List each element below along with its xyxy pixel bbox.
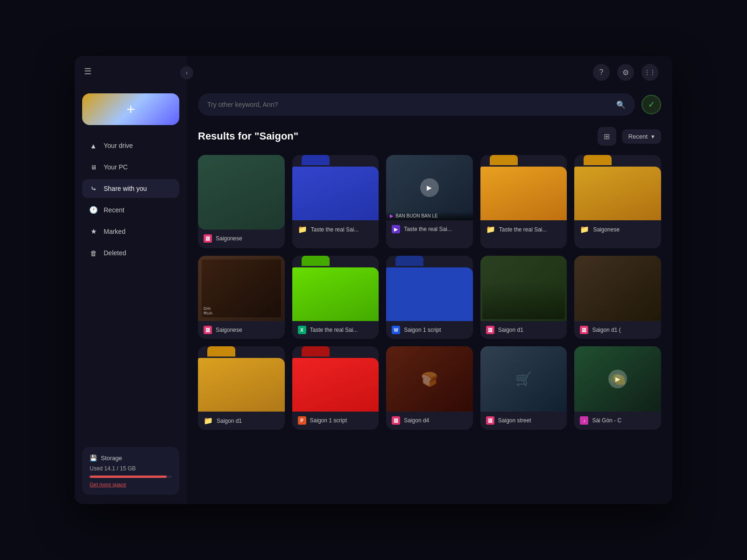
folder-thumb [292, 346, 379, 412]
folder-icon: 📁 [486, 225, 495, 234]
get-more-space-link[interactable]: Get more space [90, 482, 172, 487]
file-card-folder-red[interactable]: P Saigon 1 script [292, 346, 379, 430]
file-card-saigon-music[interactable]: ▶ 🍋 ♪ Sài Gòn - C [574, 346, 661, 430]
file-card-saigon-street[interactable]: 🛒 🖼 Saigon street [480, 346, 567, 430]
main-content: 🔍 ✓ Results for "Saigon" ⊞ Recent ▾ [187, 56, 672, 504]
search-controls: Results for "Saigon" ⊞ Recent ▾ [198, 127, 661, 146]
file-thumbnail [574, 155, 661, 220]
file-card-folder-green[interactable]: X Taste the real Sai... [292, 256, 379, 339]
folder-icon: 📁 [204, 416, 213, 425]
file-thumbnail [292, 256, 379, 321]
file-card-script-blue[interactable]: W Saigon 1 script [386, 256, 473, 339]
file-label: 🖼 Saigonese [198, 321, 285, 339]
sidebar: ‹ ☰ + ▲ Your drive 🖥 Your PC ⤷ Share wit… [75, 56, 187, 504]
grid-icon: ⊞ [604, 132, 610, 141]
file-type-ppt-icon: P [298, 416, 306, 425]
file-type-xls-icon: X [298, 326, 306, 334]
file-card-saigon-d4[interactable]: 🍞 🖼 Saigon d4 [386, 346, 473, 430]
file-type-img-icon: 🖼 [204, 234, 212, 243]
file-type-doc-icon: W [392, 326, 400, 334]
file-thumbnail [574, 256, 661, 321]
file-label: 📁 Taste the real Sai... [292, 220, 379, 238]
storage-used: Used 14.1 / 15 GB [90, 465, 172, 472]
file-type-img-icon: 🖼 [486, 326, 494, 334]
settings-button[interactable]: ⚙ [617, 64, 634, 81]
file-card-saigonese-photo[interactable]: TRAN HANGTAILLEUR TAILORS [198, 155, 285, 248]
storage-icon: 💾 [90, 455, 97, 462]
file-thumbnail: TRAN HANGTAILLEUR TAILORS [198, 155, 285, 230]
file-type-img-icon: 🖼 [580, 326, 588, 334]
file-label: 🖼 Saigon d4 [386, 412, 473, 429]
folder-icon: 📁 [298, 225, 307, 234]
add-button[interactable]: + [82, 93, 179, 125]
file-card-folder-d1[interactable]: 📁 Saigon d1 [198, 346, 285, 430]
results-title: Results for "Saigon" [198, 130, 298, 142]
top-bar-icons: ? ⚙ ⋮⋮ [593, 64, 658, 81]
big-photo-card: TRAN HANGTAILLEUR TAILORS [198, 155, 285, 230]
file-label: 📁 Saigonese [574, 220, 661, 238]
sidebar-item-recent[interactable]: 🕐 Recent [82, 201, 179, 219]
top-bar: ? ⚙ ⋮⋮ [75, 56, 672, 89]
help-button[interactable]: ? [593, 64, 610, 81]
sidebar-item-share[interactable]: ⤷ Share with you [82, 179, 179, 198]
file-thumbnail [198, 346, 285, 412]
file-label: 🖼 Saigon d1 [480, 321, 567, 339]
file-card-folder-yellow2[interactable]: 📁 Saigonese [574, 155, 661, 248]
file-label: X Taste the real Sai... [292, 321, 379, 339]
file-thumbnail [386, 256, 473, 321]
sidebar-item-pc[interactable]: 🖥 Your PC [82, 158, 179, 176]
folder-thumb [574, 155, 661, 220]
file-thumbnail: 🛒 [480, 346, 567, 412]
file-type-music-icon: ♪ [580, 416, 588, 425]
storage-panel: 💾 Storage Used 14.1 / 15 GB Get more spa… [82, 447, 179, 495]
folder-thumb [480, 155, 567, 220]
file-label: P Saigon 1 script [292, 412, 379, 429]
file-label: ♪ Sài Gòn - C [574, 412, 661, 429]
file-thumbnail [292, 346, 379, 412]
chevron-down-icon: ▾ [651, 133, 655, 140]
file-thumbnail: ▶ ▶BAN BUON BAN LE [386, 155, 473, 220]
grid-view-button[interactable]: ⊞ [598, 127, 616, 146]
file-card-folder-blue[interactable]: 📁 Taste the real Sai... [292, 155, 379, 248]
file-card-folder-yellow[interactable]: 📁 Taste the real Sai... [480, 155, 567, 248]
file-card-saigon-d1[interactable]: 🖼 Saigon d1 [480, 256, 567, 339]
file-type-vid-icon: ▶ [392, 225, 400, 233]
files-grid: TRAN HANGTAILLEUR TAILORS [198, 155, 661, 430]
play-button: ▶ [420, 178, 439, 197]
file-thumbnail: 🍞 [386, 346, 473, 412]
file-thumbnail [292, 155, 379, 220]
file-type-img-icon: 🖼 [204, 326, 212, 334]
file-label: W Saigon 1 script [386, 321, 473, 339]
apps-menu-button[interactable]: ⋮⋮ [641, 64, 658, 81]
file-label: 🖼 Saigon street [480, 412, 567, 429]
view-controls: ⊞ Recent ▾ [598, 127, 661, 146]
file-thumbnail [480, 256, 567, 321]
file-label: 📁 Saigon d1 [198, 412, 285, 430]
marked-icon: ★ [89, 227, 98, 236]
storage-bar-fill [90, 476, 167, 478]
search-bar: 🔍 [198, 93, 635, 116]
file-type-img-icon: 🖼 [486, 416, 494, 425]
sidebar-item-deleted[interactable]: 🗑 Deleted [82, 244, 179, 262]
confirm-button[interactable]: ✓ [641, 95, 661, 114]
folder-thumb [198, 346, 285, 412]
file-label: 🖼 Saigonese [198, 230, 285, 247]
sidebar-item-marked[interactable]: ★ Marked [82, 222, 179, 241]
sort-dropdown[interactable]: Recent ▾ [622, 129, 661, 144]
search-input[interactable] [207, 101, 611, 108]
storage-bar [90, 476, 172, 478]
recent-icon: 🕐 [89, 205, 98, 215]
folder-thumb [292, 256, 379, 321]
file-type-img-icon: 🖼 [392, 416, 400, 425]
search-row: 🔍 ✓ [198, 93, 661, 116]
file-card-video[interactable]: ▶ ▶BAN BUON BAN LE ▶ Taste the real Sai.… [386, 155, 473, 248]
file-thumbnail: DAIRUA [198, 256, 285, 321]
file-label: 🖼 Saigon d1 ( [574, 321, 661, 339]
folder-thumb [292, 155, 379, 220]
search-icon: 🔍 [616, 100, 626, 109]
drive-icon: ▲ [89, 141, 98, 150]
file-label: ▶ Taste the real Sai... [386, 220, 473, 238]
file-card-saigonese2[interactable]: DAIRUA 🖼 Saigonese [198, 256, 285, 339]
file-card-saigon-d1-2[interactable]: 🖼 Saigon d1 ( [574, 256, 661, 339]
sidebar-item-drive[interactable]: ▲ Your drive [82, 136, 179, 155]
